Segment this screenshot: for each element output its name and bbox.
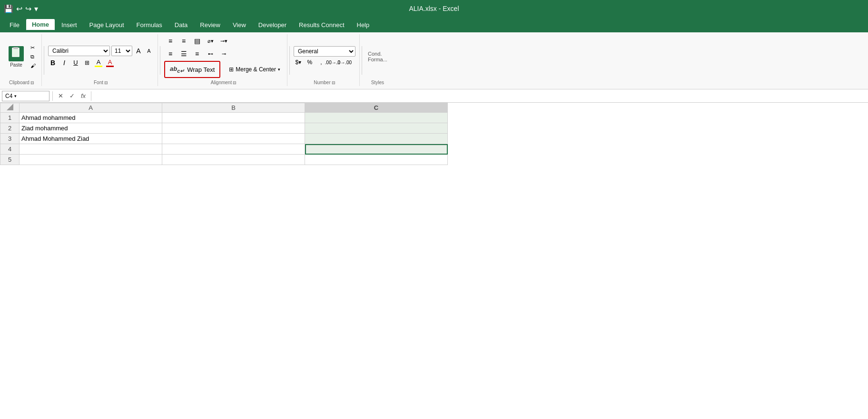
- cell-b2[interactable]: [162, 123, 305, 134]
- cell-b3[interactable]: [162, 134, 305, 144]
- align-left-button[interactable]: ≡: [164, 48, 177, 59]
- cell-c5[interactable]: [305, 155, 448, 165]
- menu-item-results-connect[interactable]: Results Connect: [293, 19, 350, 30]
- row-header-4: 4: [0, 144, 20, 155]
- col-header-c[interactable]: C: [305, 103, 448, 113]
- cell-a3[interactable]: Ahmad Mohammed Ziad: [20, 134, 162, 144]
- clipboard-group: Paste ✂ ⧉ 🖌 Clipboard ⊟: [4, 34, 42, 86]
- wrap-text-label: Wrap Text: [187, 66, 215, 73]
- grid-table: A B C 1 Ahmad mohammed 2 Ziad mohammed: [0, 103, 448, 165]
- merge-center-button[interactable]: ⊞ Merge & Center ▾: [226, 63, 283, 76]
- menu-item-help[interactable]: Help: [351, 19, 375, 30]
- underline-button[interactable]: U: [71, 58, 80, 68]
- sep1: [44, 46, 44, 75]
- increase-indent-button[interactable]: ⊸▾: [217, 35, 230, 47]
- cut-button[interactable]: ✂: [29, 44, 38, 52]
- table-row: 4: [0, 144, 448, 155]
- align-group-content: ≡ ≡ ▤ ⌀▾ ⊸▾ ≡ ☰ ≡ ⊷ ⊸ abc↵ Wrap Text: [164, 35, 283, 78]
- menu-item-view[interactable]: View: [227, 19, 252, 30]
- clipboard-small-buttons: ✂ ⧉ 🖌: [29, 44, 38, 69]
- formula-input[interactable]: [94, 91, 866, 101]
- formula-bar-divider2: [91, 91, 91, 101]
- align-middle-button[interactable]: ≡: [178, 35, 190, 47]
- save-icon[interactable]: 💾: [4, 4, 13, 13]
- merge-center-dropdown-icon[interactable]: ▾: [278, 67, 280, 72]
- accounting-format-button[interactable]: $▾: [294, 58, 303, 67]
- styles-group: Cond.Forma... Styles: [364, 34, 393, 86]
- font-group-content: Calibri 11 A A B I U ⊞ A: [48, 35, 154, 78]
- menu-item-page-layout[interactable]: Page Layout: [84, 19, 130, 30]
- align-row2: ≡ ☰ ≡ ⊷ ⊸: [164, 48, 283, 59]
- clipboard-label: Clipboard ⊟: [6, 80, 38, 85]
- menu-item-data[interactable]: Data: [169, 19, 193, 30]
- border-button[interactable]: ⊞: [82, 58, 92, 68]
- menu-item-review[interactable]: Review: [194, 19, 226, 30]
- undo-icon[interactable]: ↩: [16, 4, 22, 13]
- format-painter-button[interactable]: 🖌: [29, 62, 38, 69]
- font-color-button[interactable]: A: [105, 58, 115, 68]
- col-header-a[interactable]: A: [20, 103, 162, 113]
- merge-center-label: Merge & Center: [236, 66, 276, 73]
- bold-button[interactable]: B: [48, 58, 58, 68]
- wrap-text-button[interactable]: abc↵ Wrap Text: [164, 61, 220, 78]
- cell-b5[interactable]: [162, 155, 305, 165]
- cell-a1[interactable]: Ahmad mohammed: [20, 113, 162, 123]
- decrease-font-size-button[interactable]: A: [144, 46, 154, 56]
- copy-button[interactable]: ⧉: [29, 53, 38, 61]
- font-dialog-launcher[interactable]: ⊟: [104, 80, 108, 85]
- font-size-select[interactable]: 11: [111, 46, 132, 56]
- merge-center-icon: ⊞: [229, 66, 234, 73]
- name-box-dropdown-icon[interactable]: ▾: [14, 94, 17, 98]
- align-center-button[interactable]: ☰: [178, 48, 190, 59]
- name-box[interactable]: C4 ▾: [2, 91, 49, 101]
- orientation-button[interactable]: ⌀▾: [204, 35, 217, 47]
- cell-a4[interactable]: [20, 144, 162, 155]
- menu-item-insert[interactable]: Insert: [56, 19, 83, 30]
- number-group-content: General $▾ % , .00→.0 .0→.00: [294, 35, 355, 78]
- menu-item-file[interactable]: File: [4, 19, 25, 30]
- redo-icon[interactable]: ↪: [25, 4, 31, 13]
- menu-item-formulas[interactable]: Formulas: [131, 19, 168, 30]
- cell-c2[interactable]: [305, 123, 448, 134]
- customize-quick-access-icon[interactable]: ▾: [34, 4, 38, 13]
- format-painter-icon: 🖌: [30, 63, 36, 68]
- align-bottom-button[interactable]: ▤: [191, 35, 203, 47]
- number-dialog-launcher[interactable]: ⊟: [332, 80, 335, 85]
- cell-b1[interactable]: [162, 113, 305, 123]
- percent-button[interactable]: %: [305, 58, 315, 67]
- paste-button[interactable]: Paste: [6, 44, 27, 69]
- increase-decimal-button[interactable]: .0→.00: [339, 58, 349, 67]
- cell-b4[interactable]: [162, 144, 305, 155]
- cell-c1[interactable]: [305, 113, 448, 123]
- number-format-select[interactable]: General: [294, 46, 355, 57]
- italic-button[interactable]: I: [59, 58, 69, 68]
- wrap-text-icon: abc↵: [170, 65, 184, 74]
- sheet-grid: A B C 1 Ahmad mohammed 2 Ziad mohammed: [0, 103, 868, 165]
- fill-color-indicator: [95, 66, 102, 67]
- row-header-1: 1: [0, 113, 20, 123]
- col-header-b[interactable]: B: [162, 103, 305, 113]
- decrease-indent-button[interactable]: ⊷: [204, 48, 217, 59]
- increase-font-size-button[interactable]: A: [134, 46, 143, 56]
- cancel-formula-button[interactable]: ✕: [56, 91, 65, 101]
- fill-color-button[interactable]: A: [94, 58, 103, 68]
- cell-a5[interactable]: [20, 155, 162, 165]
- increase-indent2-button[interactable]: ⊸: [217, 48, 230, 59]
- formula-bar: C4 ▾ ✕ ✓ fx: [0, 89, 868, 103]
- alignment-dialog-launcher[interactable]: ⊟: [233, 80, 237, 85]
- confirm-formula-button[interactable]: ✓: [67, 91, 77, 101]
- cell-a2[interactable]: Ziad mohammed: [20, 123, 162, 134]
- clipboard-dialog-launcher[interactable]: ⊟: [30, 80, 34, 85]
- menu-item-home[interactable]: Home: [26, 19, 55, 31]
- cell-c3[interactable]: [305, 134, 448, 144]
- menu-item-developer[interactable]: Developer: [253, 19, 292, 30]
- font-selects: Calibri 11 A A B I U ⊞ A: [48, 46, 154, 68]
- styles-group-content: Cond.Forma...: [366, 35, 389, 78]
- font-name-select[interactable]: Calibri: [48, 46, 110, 56]
- align-top-button[interactable]: ≡: [164, 35, 177, 47]
- corner-header: [0, 103, 20, 113]
- insert-function-button[interactable]: fx: [79, 91, 88, 101]
- cell-c4[interactable]: [305, 144, 448, 155]
- align-right-button[interactable]: ≡: [191, 48, 203, 59]
- fill-color-icon: A: [97, 58, 101, 66]
